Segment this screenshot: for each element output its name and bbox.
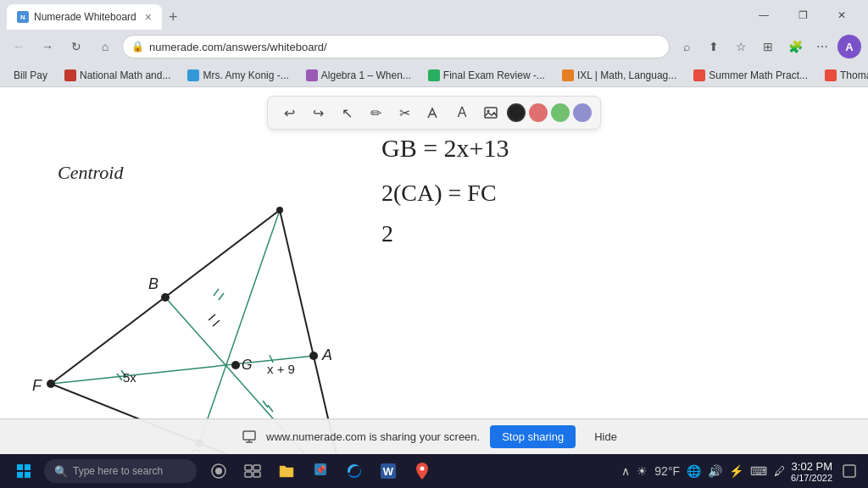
color-blue[interactable] <box>573 103 592 122</box>
taskbar-apps: 📌 W <box>203 456 437 486</box>
back-button[interactable]: ← <box>7 35 31 58</box>
taskbar-app-taskview[interactable] <box>237 456 268 486</box>
bookmark-summer-math[interactable]: Summer Math Pract... <box>687 66 815 85</box>
svg-line-4 <box>199 210 280 443</box>
taskbar: 🔍 Type here to search <box>0 454 868 488</box>
taskbar-app-word[interactable]: W <box>373 456 403 486</box>
math-line-2: 2(CA) = FC <box>381 180 509 207</box>
whiteboard-canvas[interactable]: Centroid <box>0 87 868 454</box>
color-red[interactable] <box>529 103 548 122</box>
taskbar-app-maps[interactable] <box>407 456 437 486</box>
chevron-up-icon[interactable]: ∧ <box>621 464 630 478</box>
bookmark-label: Summer Math Pract... <box>709 69 808 81</box>
svg-rect-44 <box>253 472 260 477</box>
image-tool-button[interactable] <box>478 100 504 125</box>
bookmark-final-exam[interactable]: Final Exam Review -... <box>421 66 552 85</box>
extensions-icon-btn[interactable]: 🧩 <box>783 35 807 58</box>
pen-tool-button[interactable] <box>420 100 446 125</box>
stop-sharing-button[interactable]: Stop sharing <box>490 425 576 448</box>
bookmarks-bar: Bill Pay National Math and... Mrs. Amy K… <box>0 64 868 87</box>
pencil-tool-button[interactable]: ✏ <box>363 100 388 125</box>
text-tool-button[interactable]: A <box>449 100 475 125</box>
active-tab[interactable]: N Numerade Whiteboard × <box>7 4 162 30</box>
bookmark-label: IXL | Math, Languag... <box>577 69 676 81</box>
svg-text:G: G <box>242 358 252 372</box>
pen-icon[interactable]: 🖊 <box>774 464 786 478</box>
content-area: ↩ ↪ ↖ ✏ ✂ A <box>0 87 868 454</box>
svg-line-11 <box>263 401 268 408</box>
svg-point-17 <box>276 207 283 214</box>
taskbar-app-cortana[interactable] <box>203 456 234 486</box>
taskbar-search-icon: 🔍 <box>54 465 68 478</box>
taskbar-app-edge[interactable] <box>339 456 370 486</box>
bookmark-bill-pay[interactable]: Bill Pay <box>7 66 54 85</box>
color-green[interactable] <box>551 103 570 122</box>
bookmark-icon <box>187 69 199 81</box>
taskbar-app-pin[interactable]: 📌 <box>305 456 336 486</box>
svg-point-21 <box>309 352 318 360</box>
share-icon-btn[interactable]: ⬆ <box>702 35 726 58</box>
volume-icon[interactable]: 🔊 <box>708 464 722 478</box>
svg-point-1 <box>487 110 490 113</box>
address-box[interactable]: 🔒 numerade.com/answers/whiteboard/ <box>122 35 670 58</box>
weather-temp: 92°F <box>654 464 680 478</box>
math-line-1: GB = 2x+13 <box>381 134 509 163</box>
input-icon[interactable]: ⌨ <box>750 464 767 478</box>
bookmark-icon <box>562 69 574 81</box>
maximize-button[interactable]: ❐ <box>783 0 822 30</box>
screen-share-text: www.numerade.com is sharing your screen. <box>266 430 480 443</box>
taskbar-clock[interactable]: 3:02 PM 6/17/2022 <box>791 460 832 483</box>
tab-close-button[interactable]: × <box>145 10 152 24</box>
more-tools-btn[interactable]: ⋯ <box>810 35 834 58</box>
svg-rect-42 <box>253 465 260 470</box>
favorites-icon-btn[interactable]: ☆ <box>729 35 753 58</box>
taskbar-right: ∧ ☀ 92°F 🌐 🔊 ⚡ ⌨ 🖊 3:02 PM 6/17/2022 <box>621 459 861 483</box>
svg-rect-35 <box>17 464 23 470</box>
network-icon[interactable]: 🌐 <box>687 464 701 478</box>
svg-rect-41 <box>245 465 252 470</box>
centroid-label: Centroid <box>58 162 123 184</box>
math-content-area: GB = 2x+13 2(CA) = FC 2 <box>381 134 509 256</box>
redo-button[interactable]: ↪ <box>305 100 331 125</box>
svg-line-15 <box>209 314 215 320</box>
search-icon-btn[interactable]: ⌕ <box>675 35 698 58</box>
svg-text:x + 9: x + 9 <box>267 362 295 376</box>
clock-time: 3:02 PM <box>791 460 832 473</box>
clock-date: 6/17/2022 <box>791 473 832 483</box>
notification-button[interactable] <box>837 459 861 483</box>
bookmark-thomastik[interactable]: Thomastik-Infeld C... <box>818 66 868 85</box>
hide-button[interactable]: Hide <box>586 425 626 448</box>
svg-point-20 <box>161 293 170 302</box>
refresh-button[interactable]: ↻ <box>64 35 88 58</box>
url-text: numerade.com/answers/whiteboard/ <box>149 41 660 53</box>
svg-text:W: W <box>383 465 394 478</box>
home-button[interactable]: ⌂ <box>93 35 117 58</box>
collections-icon-btn[interactable]: ⊞ <box>756 35 780 58</box>
minimize-button[interactable]: — <box>744 0 783 30</box>
taskbar-search[interactable]: 🔍 Type here to search <box>44 459 197 483</box>
start-button[interactable] <box>7 458 41 485</box>
color-black[interactable] <box>507 103 526 122</box>
scissors-tool-button[interactable]: ✂ <box>392 100 417 125</box>
svg-point-23 <box>231 361 240 369</box>
svg-text:F: F <box>32 377 42 394</box>
new-tab-button[interactable]: + <box>162 4 185 30</box>
svg-rect-38 <box>25 472 31 478</box>
svg-rect-43 <box>245 472 252 477</box>
taskbar-app-files[interactable] <box>271 456 302 486</box>
browser-toolbar-icons: ⌕ ⬆ ☆ ⊞ 🧩 ⋯ A <box>675 35 861 58</box>
svg-line-16 <box>213 320 220 326</box>
bookmark-ixl[interactable]: IXL | Math, Languag... <box>555 66 683 85</box>
svg-marker-2 <box>51 210 348 454</box>
profile-button[interactable]: A <box>837 35 861 58</box>
undo-button[interactable]: ↩ <box>276 100 302 125</box>
battery-icon[interactable]: ⚡ <box>729 464 743 478</box>
bookmark-amy-koning[interactable]: Mrs. Amy Konig -... <box>181 66 295 85</box>
browser-frame: N Numerade Whiteboard × + — ❐ ✕ ← → ↻ ⌂ … <box>0 0 868 488</box>
close-button[interactable]: ✕ <box>822 0 861 30</box>
forward-button[interactable]: → <box>36 35 59 58</box>
bookmark-algebra[interactable]: Algebra 1 – When... <box>299 66 418 85</box>
screen-share-bar: www.numerade.com is sharing your screen.… <box>0 419 868 454</box>
bookmark-national-math[interactable]: National Math and... <box>58 66 177 85</box>
select-tool-button[interactable]: ↖ <box>334 100 359 125</box>
